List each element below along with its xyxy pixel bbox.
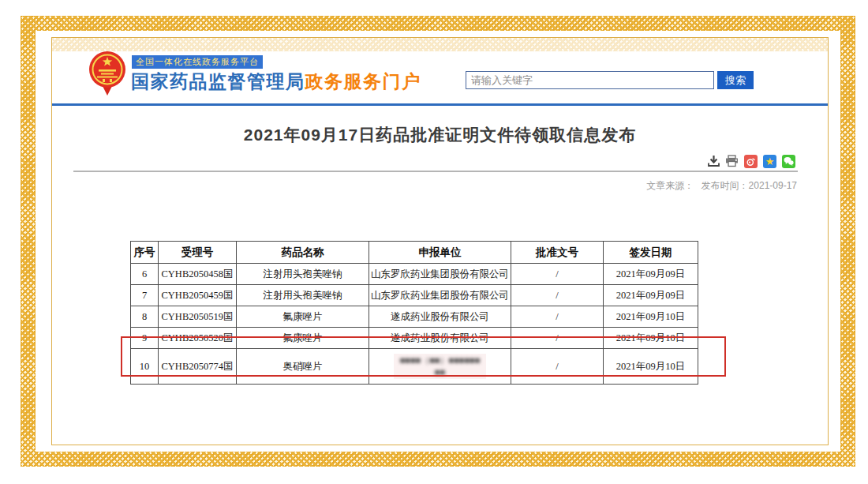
cell: 山东罗欣药业集团股份有限公司: [369, 264, 511, 285]
cell: CYHB2050459国: [159, 285, 237, 306]
qzone-share-icon[interactable]: ★: [763, 155, 776, 168]
cell: /: [511, 349, 604, 385]
meta-divider-line: [73, 171, 798, 172]
page: 全国一体化在线政务服务平台 国家药品监督管理局政务服务门户 搜索 2021年09…: [0, 0, 868, 484]
table-row: 8CYHB2050519国氟康唑片遂成药业股份有限公司/2021年09月10日: [131, 306, 698, 328]
article-title: 2021年09月17日药品批准证明文件待领取信息发布: [95, 124, 785, 146]
cell: 2021年09月09日: [604, 285, 698, 306]
cell: 10: [131, 349, 159, 385]
cell: /: [511, 328, 604, 349]
column-header: 申报单位: [369, 242, 511, 264]
cell: 奥硝唑片: [237, 349, 369, 385]
site-title: 国家药品监督管理局政务服务门户: [131, 69, 421, 94]
cell: 2021年09月09日: [604, 264, 698, 285]
search-button[interactable]: 搜索: [717, 71, 754, 89]
cell: 9: [131, 328, 159, 349]
cell: CYHB2050458国: [159, 264, 237, 285]
frame-border-bottom: [21, 452, 855, 467]
results-table: 序号受理号药品名称申报单位批准文号签发日期 6CYHB2050458国注射用头孢…: [130, 241, 698, 385]
column-header: 受理号: [159, 242, 237, 264]
cell: 氟康唑片: [237, 328, 369, 349]
article-meta: 文章来源： 发布时间：2021-09-17: [642, 179, 797, 193]
cell: 注射用头孢美唑钠: [237, 264, 369, 285]
column-header: 序号: [131, 242, 159, 264]
national-emblem-logo: [88, 51, 127, 96]
cell: CYHB2050520国: [159, 328, 237, 349]
cell: 2021年09月10日: [604, 306, 698, 328]
table-row: 6CYHB2050458国注射用头孢美唑钠山东罗欣药业集团股份有限公司/2021…: [131, 264, 698, 285]
publish-time: 发布时间：2021-09-17: [702, 180, 797, 191]
cell: /: [511, 285, 604, 306]
cell: /: [511, 264, 604, 285]
cell: CYHB2050519国: [159, 306, 237, 328]
weibo-share-icon[interactable]: [744, 155, 758, 168]
frame-border-top: [21, 16, 855, 31]
org-name: 国家药品监督管理局: [131, 71, 305, 92]
download-icon[interactable]: [708, 155, 720, 167]
frame-border-right: [840, 16, 855, 467]
frame-border-left: [21, 16, 36, 467]
cell: 2021年09月10日: [604, 349, 698, 385]
applicant-cell-redacted: ■■■■（■■）■■■■■■■■: [369, 349, 511, 385]
cell: 遂成药业股份有限公司: [369, 306, 511, 328]
search-input[interactable]: [466, 71, 714, 89]
table-row-highlighted: 10CYHB2050774国奥硝唑片■■■■（■■）■■■■■■■■/2021年…: [131, 349, 698, 385]
cell: 8: [131, 306, 159, 328]
cell: /: [511, 306, 604, 328]
table-row: 9CYHB2050520国氟康唑片遂成药业股份有限公司/2021年09月10日: [131, 328, 698, 349]
print-icon[interactable]: [725, 155, 739, 167]
cell: 注射用头孢美唑钠: [237, 285, 369, 306]
platform-badge: 全国一体化在线政务服务平台: [132, 55, 263, 69]
cell: 氟康唑片: [237, 306, 369, 328]
cell: 2021年09月10日: [604, 328, 698, 349]
header-divider-line: [52, 103, 828, 106]
cell: CYHB2050774国: [159, 349, 237, 385]
frame-watermark-strip: [52, 38, 828, 51]
table-row: 7CYHB2050459国注射用头孢美唑钠山东罗欣药业集团股份有限公司/2021…: [131, 285, 698, 306]
article-toolbar: ★: [708, 154, 795, 168]
table-header-row: 序号受理号药品名称申报单位批准文号签发日期: [131, 242, 698, 264]
wechat-share-icon[interactable]: [782, 155, 795, 168]
redacted-text: ■■■■（■■）■■■■■■■■: [394, 354, 487, 379]
column-header: 药品名称: [237, 242, 369, 264]
cell: 7: [131, 285, 159, 306]
portal-name: 政务服务门户: [305, 71, 421, 92]
cell: 遂成药业股份有限公司: [369, 328, 511, 349]
source-label: 文章来源：: [646, 180, 694, 191]
column-header: 签发日期: [604, 242, 698, 264]
results-table-wrap: 序号受理号药品名称申报单位批准文号签发日期 6CYHB2050458国注射用头孢…: [130, 241, 698, 385]
cell: 山东罗欣药业集团股份有限公司: [369, 285, 511, 306]
cell: 6: [131, 264, 159, 285]
column-header: 批准文号: [511, 242, 604, 264]
